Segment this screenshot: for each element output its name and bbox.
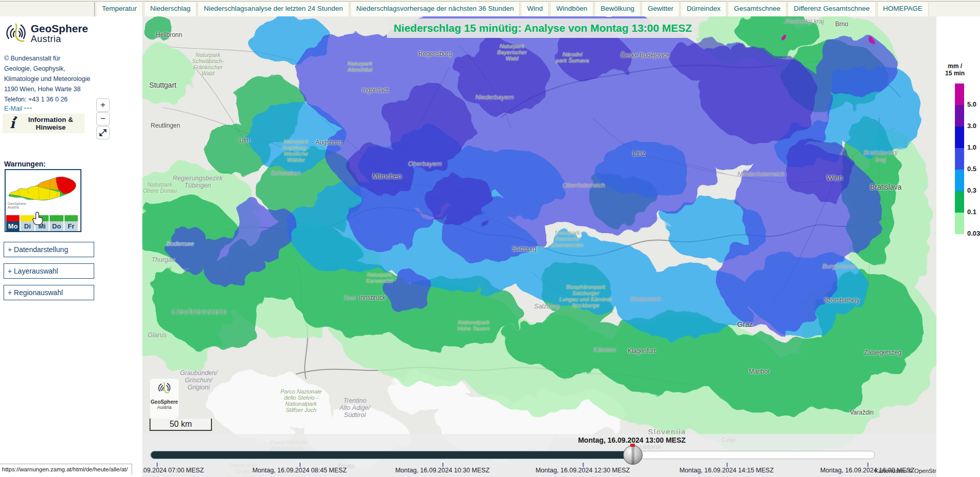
weather-map[interactable]: HeilbronnStuttgartReutlingenNaturpark Sc… [142, 15, 936, 477]
email-link[interactable]: E-Mail ••• [4, 105, 32, 112]
nav-tab-windb-en[interactable]: Windböen [550, 2, 593, 16]
timeline-tick [583, 463, 584, 467]
legend-color-0.1 [955, 191, 964, 213]
timeline-bar: Montag, 16.09.2024 13:00 MESZ Montag, 16… [142, 434, 936, 477]
map-label-augsburg: Augsburg [315, 139, 342, 146]
map-label-ulm: Ulm [239, 137, 250, 144]
legend-value-0.03: 0.03 [967, 230, 980, 237]
map-labels: HeilbronnStuttgartReutlingenNaturpark Sc… [142, 15, 936, 477]
timeline-progress [151, 451, 633, 459]
panel-button-1[interactable]: + Layerauswahl [4, 263, 94, 279]
nav-tab-d-rreindex[interactable]: Dürreindex [680, 2, 727, 16]
warning-day-color-fr [65, 215, 78, 221]
legend-color-0.3 [955, 170, 964, 191]
panel-button-2[interactable]: + Regionauswahl [4, 285, 94, 300]
legend-value-3.0: 3.0 [967, 122, 980, 130]
warning-day-tab-do[interactable]: Do [50, 221, 63, 231]
map-label-salzburg: Salzburg [534, 303, 559, 310]
geosphere-logo-icon [157, 381, 172, 396]
map-label-thurgau: Thurgau [152, 256, 176, 263]
contact-line: Geologie, Geophysik, [4, 64, 90, 74]
map-watermark-title: GeoSphere [150, 399, 179, 405]
legend-value-0.5: 0.5 [967, 165, 980, 173]
timeline-tick [157, 463, 158, 467]
nav-tab-niederschlag[interactable]: Niederschlag [144, 2, 197, 16]
nav-tab-niederschlagsvorhersage-der-n-chsten-36-stunden[interactable]: Niederschlagsvorhersage der nächsten 36 … [350, 2, 520, 16]
legend-panel: mm /15 min 5.03.01.00.50.30.10.03 [936, 15, 980, 477]
nav-tab-niederschlagsanalyse-der-letzten-24-stunden[interactable]: Niederschlagsanalyse der letzten 24 Stun… [198, 2, 349, 16]
map-label-ingolstadt: Ingolstadt [362, 87, 389, 94]
map-label-innsbruck: Innsbruck [359, 294, 386, 301]
nav-tab-temperatur[interactable]: Temperatur [96, 2, 143, 16]
map-label-maribor: Maribor [749, 368, 770, 375]
logo-subtitle: Austria [31, 34, 88, 44]
warnings-widget[interactable]: GeoSphereAustria MoDiMiDoFr [5, 169, 81, 232]
timeline-tick-label: Montag, 16.09.2024 14:15 MESZ [679, 467, 774, 474]
map-label-naturpark: Naturpark Steirische Eisenwurzen [551, 230, 584, 248]
map-label-bratislavsk-: Bratislavský kraj [864, 149, 898, 163]
map-label-niederbayern: Niederbayern [475, 94, 514, 101]
warning-day-tab-mo[interactable]: Mo [6, 221, 19, 231]
panel-button-0[interactable]: + Datendarstellung [4, 242, 94, 257]
nav-tab-bew-lkung[interactable]: Bewölkung [594, 2, 641, 16]
mouse-cursor-hand-icon [32, 212, 44, 225]
legend-color-5.0 [955, 84, 964, 105]
map-label-burgenland: Burgenland [822, 263, 855, 270]
map-label-naturpark: Naturpark Obere Donau [143, 181, 177, 194]
map-label-klagenfurt: Klagenfurt [628, 347, 656, 355]
map-scale-bar: 50 km [150, 419, 212, 431]
warning-day-color-mo [6, 215, 19, 221]
legend-unit-label: mm /15 min [936, 63, 973, 77]
map-label-oberbayern: Oberbayern [408, 160, 442, 168]
map-label-zalaegerszeg: Zalaegerszeg [864, 349, 902, 356]
info-button-label: Information &Hinweise [20, 116, 84, 131]
map-label-nieder-sterreich: Niederösterreich [737, 171, 784, 178]
nav-tab-homepage[interactable]: HOMEPAGE [877, 2, 929, 16]
sidebar: GeoSphere Austria © Bundesanstalt fürGeo… [0, 16, 142, 477]
map-label-linz: Linz [632, 149, 646, 157]
legend-color-1.0 [955, 127, 964, 148]
map-label-bodensee: Bodensee [166, 240, 194, 247]
warning-map-watermark: GeoSphereAustria [8, 202, 26, 209]
map-label-nationalpark: Nationalpark Hohe Tauern [457, 319, 489, 331]
map-label-tirol: Tirol [343, 295, 355, 302]
legend-color-0.03 [955, 213, 964, 234]
nav-tab-wind[interactable]: Wind [521, 2, 549, 16]
top-divider [0, 1, 980, 2]
nav-tabs: TemperaturNiederschlagNiederschlagsanaly… [94, 2, 929, 16]
map-label-heilbronn: Heilbronn [156, 31, 182, 38]
contact-line: 1190 Wien, Hohe Warte 38 [4, 84, 90, 94]
top-navigation-bar: TemperaturNiederschlagNiederschlagsanaly… [0, 0, 980, 16]
zoom-out-button[interactable]: − [96, 112, 110, 126]
warning-day-tab-fr[interactable]: Fr [65, 221, 78, 231]
map-label-n-rodn-: Národní park Šumava [556, 51, 589, 64]
geosphere-logo-icon [4, 20, 28, 46]
nav-tab-gesamtschnee[interactable]: Gesamtschnee [728, 2, 786, 16]
nav-tab-gewitter[interactable]: Gewitter [642, 2, 679, 16]
map-watermark: GeoSphere Austria [150, 379, 179, 419]
nav-tab-differenz-gesamtschnee[interactable]: Differenz Gesamtschnee [787, 2, 876, 16]
legend-color-0.5 [955, 148, 964, 170]
warning-day-color-do [50, 215, 63, 221]
map-label-glarus: Glarus [148, 331, 167, 339]
zoom-in-button[interactable]: + [96, 98, 110, 112]
legend-value-1.0: 1.0 [967, 143, 980, 151]
timeline-tick [442, 463, 443, 467]
contact-line: Klimatologie und Meteorologie [4, 74, 90, 84]
map-label-parco-nazionale: Parco Nazionale dello Stelvio - National… [281, 388, 322, 413]
timeline-track[interactable] [150, 451, 875, 459]
contact-info: © Bundesanstalt fürGeologie, Geophysik,K… [4, 53, 90, 105]
fullscreen-button[interactable] [96, 126, 110, 139]
browser-status-url: https://warnungen.zamg.at/html/de/heute/… [0, 464, 132, 475]
map-label-schwaben: Schwaben [271, 170, 301, 177]
logo-title: GeoSphere [31, 23, 88, 34]
contact-line: Telefon: +43 1 36 0 26 [4, 94, 90, 105]
map-label-szombathely: Szombathely [824, 297, 859, 304]
warnings-heading: Warnungen: [4, 160, 46, 168]
map-label-ober-sterreich: Oberösterreich [563, 182, 605, 189]
timeline-handle[interactable] [623, 445, 643, 465]
geosphere-logo[interactable]: GeoSphere Austria [4, 20, 88, 46]
information-hints-button[interactable]: i Information &Hinweise [3, 114, 84, 133]
timeline-tick [300, 463, 301, 467]
contact-line: © Bundesanstalt für [4, 53, 90, 64]
